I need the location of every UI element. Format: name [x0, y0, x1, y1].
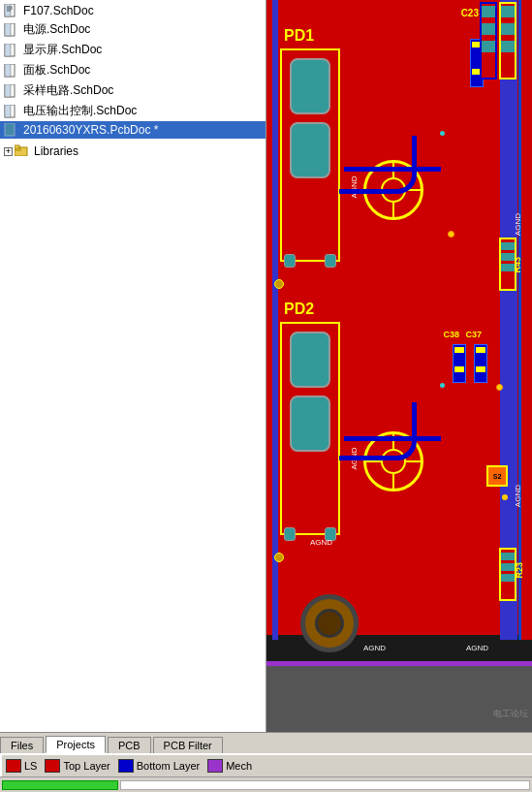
tab-pcb[interactable]: PCB	[108, 737, 151, 753]
conn-pad-2	[501, 23, 515, 35]
sidebar-item-voltage[interactable]: 电压输出控制.SchDoc	[0, 101, 266, 121]
c37-body	[474, 344, 487, 383]
r43-pad-1	[501, 242, 515, 250]
ls-indicator: LS	[6, 759, 37, 773]
tab-files[interactable]: Files	[0, 737, 44, 753]
tab-files-label: Files	[11, 740, 33, 751]
mounting-hole	[300, 594, 359, 652]
mounting-hole-inner	[315, 609, 344, 638]
app-container: F107.SchDoc 电源.SchDoc	[0, 0, 532, 792]
right-border	[518, 0, 532, 640]
sidebar-item-sampling[interactable]: 采样电路.SchDoc	[0, 80, 266, 101]
top-layer-indicator[interactable]: Top Layer	[45, 759, 110, 773]
mech-label: Mech	[226, 760, 252, 772]
s2-component: S2	[486, 465, 508, 487]
schematic-icon-4	[4, 64, 19, 78]
trace-v-right	[500, 0, 517, 640]
folder-icon	[15, 144, 30, 158]
trace-curve-2	[339, 402, 417, 460]
main-area: F107.SchDoc 电源.SchDoc	[0, 0, 532, 732]
sidebar-item-f107[interactable]: F107.SchDoc	[0, 2, 266, 19]
sidebar-item-libraries-label: Libraries	[34, 144, 78, 158]
sidebar-item-pcb[interactable]: 20160630YXRS.PcbDoc *	[0, 121, 266, 139]
progress-area	[0, 776, 532, 792]
c37-pad-top	[476, 347, 485, 353]
screw-bottom-left	[274, 553, 284, 562]
pcb-canvas[interactable]: PD1 PD2	[266, 0, 532, 732]
watermark: 电工论坛	[493, 706, 528, 720]
ls-label: LS	[24, 760, 37, 772]
sidebar-item-libraries[interactable]: + Libraries	[0, 143, 266, 160]
conn2-pad-1	[482, 6, 495, 17]
agnd-label-2: AGND	[514, 213, 522, 236]
pd2-mount-left	[284, 527, 296, 541]
pd1-mount-left	[284, 254, 296, 268]
r23-body	[499, 548, 516, 601]
tab-pcb-label: PCB	[118, 740, 141, 751]
tab-projects-label: Projects	[56, 739, 95, 750]
progress-bar-green	[2, 780, 118, 790]
mech-indicator: Mech	[207, 759, 252, 773]
pd1-mount-right	[325, 254, 336, 268]
pd1-pad-bottom	[290, 122, 330, 178]
conn-pad-3	[501, 41, 515, 52]
svg-rect-10	[5, 64, 11, 77]
connector-top-right	[499, 2, 516, 79]
via-1	[448, 231, 454, 238]
mech-layer-strip	[266, 661, 532, 666]
expand-icon[interactable]: +	[4, 147, 13, 156]
pcb-bottom-gray	[266, 666, 532, 732]
tab-projects[interactable]: Projects	[46, 736, 106, 753]
c37-pad-bottom	[476, 366, 485, 372]
pd2-pad-top	[290, 332, 330, 388]
svg-rect-8	[5, 44, 11, 56]
c23-label: C23	[461, 8, 479, 18]
pd2-label: PD2	[284, 301, 314, 318]
sidebar-item-display[interactable]: 显示屏.SchDoc	[0, 40, 266, 60]
connector-top-right-2	[480, 2, 497, 79]
bottom-layer-indicator[interactable]: Bottom Layer	[118, 759, 200, 773]
r43-body	[499, 238, 516, 291]
sidebar: F107.SchDoc 电源.SchDoc	[0, 0, 266, 732]
bottom-layer-label: Bottom Layer	[137, 760, 200, 772]
via-3	[502, 494, 508, 500]
svg-rect-15	[5, 123, 15, 136]
pcb-background: PD1 PD2	[266, 0, 532, 732]
schematic-icon	[4, 4, 19, 17]
svg-rect-1	[5, 4, 11, 16]
r43-pad-3	[501, 264, 515, 271]
ls-color	[6, 759, 21, 773]
pd2-pad-bottom	[290, 396, 330, 452]
pd1-outline	[280, 48, 340, 262]
tab-pcb-filter[interactable]: PCB Filter	[153, 737, 223, 753]
sidebar-item-power[interactable]: 电源.SchDoc	[0, 19, 266, 40]
svia-2	[440, 383, 445, 388]
conn2-pad-3	[482, 41, 495, 52]
svg-rect-14	[5, 105, 11, 117]
r23-pad-3	[501, 574, 515, 582]
screw-top-left	[274, 279, 284, 289]
sidebar-item-display-label: 显示屏.SchDoc	[23, 42, 102, 58]
tab-pcb-filter-label: PCB Filter	[164, 740, 212, 751]
svg-rect-12	[5, 84, 11, 97]
sidebar-item-panel[interactable]: 面板.SchDoc	[0, 60, 266, 80]
svg-rect-18	[15, 145, 19, 148]
r23-pad-2	[501, 563, 515, 571]
pd1-label: PD1	[284, 27, 314, 45]
c38-pad-top	[454, 347, 464, 353]
trace-curve-1	[339, 136, 417, 194]
schematic-icon-3	[4, 44, 19, 57]
sidebar-item-f107-label: F107.SchDoc	[23, 4, 94, 17]
sidebar-item-power-label: 电源.SchDoc	[23, 21, 90, 38]
tabs-bar: Files Projects PCB PCB Filter	[0, 732, 532, 753]
pd1-pad-top	[290, 58, 330, 114]
c38-body	[453, 344, 466, 383]
svg-rect-6	[5, 23, 11, 36]
agnd-bottom-right: AGND	[466, 644, 488, 652]
svia-1	[440, 131, 445, 136]
agnd-bottom-left: AGND	[363, 644, 386, 652]
top-layer-color	[45, 759, 60, 773]
watermark-text: 电工论坛	[493, 709, 528, 718]
mech-color	[207, 759, 223, 773]
status-bar: LS Top Layer Bottom Layer Mech	[0, 753, 532, 776]
